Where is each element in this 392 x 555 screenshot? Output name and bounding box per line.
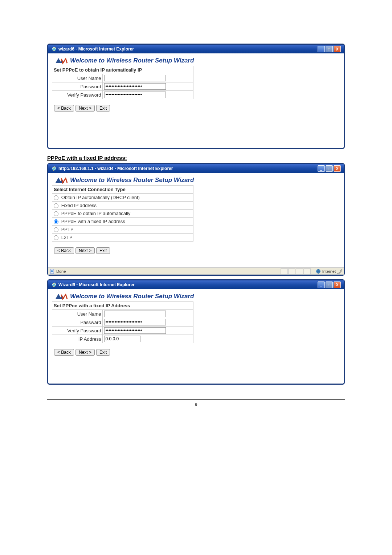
resize-grip[interactable] [337, 269, 342, 274]
back-button[interactable]: < Back [54, 247, 74, 254]
option-dhcp[interactable]: Obtain IP automatically (DHCP client) [52, 194, 193, 202]
back-button[interactable]: < Back [54, 349, 74, 356]
exit-button[interactable]: Exit [96, 247, 110, 254]
close-button[interactable]: X [334, 46, 341, 52]
section-title: Select Internet Connection Type [52, 186, 193, 194]
ip-address-label: IP Address [52, 335, 103, 343]
exit-button[interactable]: Exit [96, 105, 110, 112]
username-label: User Name [52, 74, 103, 82]
password-label: Passward [52, 318, 103, 327]
password-field[interactable] [104, 319, 166, 325]
window-title: Wizard9 - Microsoft Internet Explorer [58, 282, 135, 287]
pppoe-fixed-form: Set PPPoe with a fixed IP Address User N… [52, 301, 193, 343]
window-title: wizard6 - Microsoft Internet Explorer [58, 46, 134, 52]
titlebar[interactable]: Wizard9 - Microsoft Internet Explorer _ … [48, 280, 344, 289]
close-button[interactable]: X [334, 165, 341, 172]
status-done: Done [56, 269, 66, 274]
option-l2tp[interactable]: L2TP [52, 234, 193, 242]
username-field[interactable] [104, 75, 166, 81]
ie-icon [51, 46, 57, 52]
option-fixed-ip[interactable]: Fixed IP address [52, 202, 193, 210]
window-wizard9: Wizard9 - Microsoft Internet Explorer _ … [47, 279, 345, 385]
window-wizard4: http://192.168.1.1 - wizard4 - Microsoft… [47, 163, 345, 276]
titlebar[interactable]: wizard6 - Microsoft Internet Explorer _ … [48, 45, 344, 53]
wizard-heading: Welcome to Wireless Router Setup Wizard [54, 56, 340, 65]
wizard-heading: Welcome to Wireless Router Setup Wizard [54, 292, 340, 301]
close-button[interactable]: X [334, 281, 341, 288]
wizard-logo-icon [54, 176, 69, 185]
maximize-button[interactable]: □ [326, 165, 333, 172]
minimize-button[interactable]: _ [318, 46, 325, 52]
back-button[interactable]: < Back [54, 105, 74, 112]
ie-icon [51, 282, 57, 288]
window-title: http://192.168.1.1 - wizard4 - Microsoft… [58, 166, 173, 171]
option-pppoe-auto[interactable]: PPPoE to obtain IP automatically [52, 210, 193, 218]
next-button[interactable]: Next > [75, 105, 95, 112]
option-pptp[interactable]: PPTP [52, 226, 193, 234]
connection-type-table: Select Internet Connection Type Obtain I… [52, 185, 193, 242]
wizard-logo-icon [54, 292, 69, 301]
section-title: Set PPPoe with a fixed IP Address [52, 302, 193, 310]
password-label: Password [52, 82, 103, 91]
next-button[interactable]: Next > [75, 349, 95, 356]
username-field[interactable] [104, 311, 166, 317]
titlebar[interactable]: http://192.168.1.1 - wizard4 - Microsoft… [48, 164, 344, 173]
globe-icon [316, 269, 321, 274]
next-button[interactable]: Next > [75, 247, 95, 254]
section-heading-pppoe-fixed: PPPoE with a fixed IP address: [47, 155, 345, 161]
pppoe-auto-form: Set PPPoE to obtain IP automatically IP … [52, 66, 193, 99]
verify-password-field[interactable] [104, 92, 166, 98]
wizard-heading: Welcome to Wireless Router Setup Wizard [54, 176, 340, 185]
status-bar: Done Internet [48, 267, 344, 275]
exit-button[interactable]: Exit [96, 349, 110, 356]
verify-password-label: Verify Password [52, 327, 103, 335]
status-segments [281, 268, 311, 274]
verify-password-label: Verify Password [52, 91, 103, 99]
minimize-button[interactable]: _ [318, 281, 325, 288]
password-field[interactable] [104, 83, 166, 90]
svg-point-5 [51, 270, 53, 272]
section-title: Set PPPoE to obtain IP automatically IP [52, 66, 193, 74]
ie-icon [51, 166, 57, 171]
maximize-button[interactable]: □ [326, 281, 333, 288]
status-zone: Internet [322, 269, 336, 274]
username-label: User Name [52, 310, 103, 318]
verify-password-field[interactable] [104, 327, 166, 334]
wizard-logo-icon [54, 56, 69, 65]
minimize-button[interactable]: _ [318, 165, 325, 172]
maximize-button[interactable]: □ [326, 46, 333, 52]
page-number: 9 [47, 399, 345, 407]
option-pppoe-fixed[interactable]: PPPoE with a fixed IP address [52, 218, 193, 226]
ip-address-field[interactable] [104, 336, 140, 342]
page-icon [50, 269, 55, 274]
window-wizard6: wizard6 - Microsoft Internet Explorer _ … [47, 44, 345, 149]
